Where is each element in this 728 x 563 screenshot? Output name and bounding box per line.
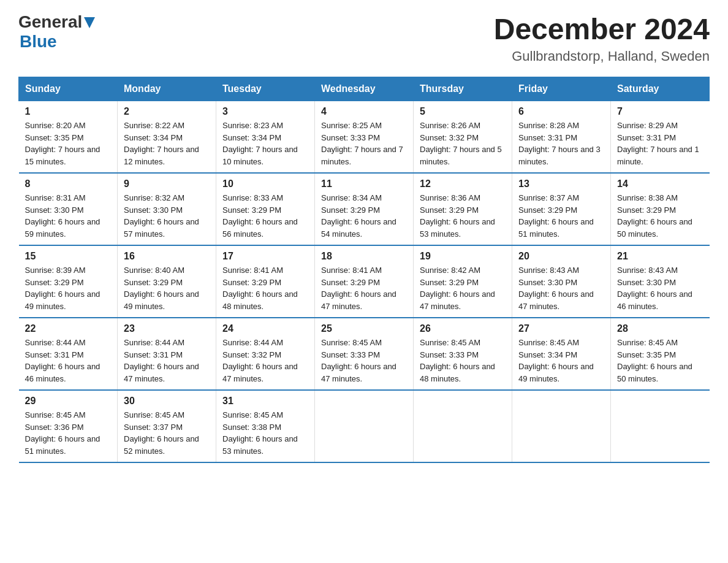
day-info: Sunrise: 8:44 AMSunset: 3:31 PMDaylight:…: [25, 337, 112, 385]
day-cell-30: 30Sunrise: 8:45 AMSunset: 3:37 PMDayligh…: [118, 390, 216, 462]
header-cell-saturday: Saturday: [611, 77, 710, 101]
day-cell-3: 3Sunrise: 8:23 AMSunset: 3:34 PMDaylight…: [216, 101, 315, 174]
calendar-body: 1Sunrise: 8:20 AMSunset: 3:35 PMDaylight…: [19, 101, 710, 463]
day-info: Sunrise: 8:20 AMSunset: 3:35 PMDaylight:…: [25, 120, 112, 167]
day-info: Sunrise: 8:45 AMSunset: 3:33 PMDaylight:…: [420, 337, 506, 385]
day-number: 22: [25, 323, 112, 334]
day-cell-8: 8Sunrise: 8:31 AMSunset: 3:30 PMDaylight…: [19, 173, 118, 245]
day-number: 24: [222, 323, 308, 334]
day-info: Sunrise: 8:31 AMSunset: 3:30 PMDaylight:…: [25, 192, 112, 240]
day-cell-10: 10Sunrise: 8:33 AMSunset: 3:29 PMDayligh…: [216, 173, 315, 245]
day-number: 13: [518, 178, 604, 190]
empty-cell: [512, 390, 611, 462]
empty-cell: [315, 390, 414, 462]
day-info: Sunrise: 8:38 AMSunset: 3:29 PMDaylight:…: [617, 192, 703, 240]
day-cell-25: 25Sunrise: 8:45 AMSunset: 3:33 PMDayligh…: [315, 318, 414, 390]
day-number: 28: [617, 323, 703, 334]
day-info: Sunrise: 8:44 AMSunset: 3:32 PMDaylight:…: [222, 337, 308, 385]
day-number: 19: [420, 251, 506, 262]
day-number: 25: [321, 323, 407, 334]
logo-general-text: General: [18, 12, 82, 32]
day-info: Sunrise: 8:34 AMSunset: 3:29 PMDaylight:…: [321, 192, 407, 240]
day-cell-9: 9Sunrise: 8:32 AMSunset: 3:30 PMDaylight…: [118, 173, 216, 245]
day-info: Sunrise: 8:45 AMSunset: 3:37 PMDaylight:…: [124, 409, 210, 457]
day-info: Sunrise: 8:26 AMSunset: 3:32 PMDaylight:…: [420, 120, 506, 167]
week-row-5: 29Sunrise: 8:45 AMSunset: 3:36 PMDayligh…: [19, 390, 710, 462]
day-info: Sunrise: 8:42 AMSunset: 3:29 PMDaylight:…: [420, 264, 506, 312]
empty-cell: [611, 390, 710, 462]
day-cell-2: 2Sunrise: 8:22 AMSunset: 3:34 PMDaylight…: [118, 101, 216, 174]
day-number: 2: [124, 106, 210, 117]
day-number: 23: [124, 323, 210, 334]
day-cell-5: 5Sunrise: 8:26 AMSunset: 3:32 PMDaylight…: [414, 101, 512, 174]
day-cell-31: 31Sunrise: 8:45 AMSunset: 3:38 PMDayligh…: [216, 390, 315, 462]
day-info: Sunrise: 8:45 AMSunset: 3:33 PMDaylight:…: [321, 337, 407, 385]
day-number: 4: [321, 106, 407, 117]
empty-cell: [414, 390, 512, 462]
day-info: Sunrise: 8:29 AMSunset: 3:31 PMDaylight:…: [617, 120, 703, 167]
day-info: Sunrise: 8:28 AMSunset: 3:31 PMDaylight:…: [518, 120, 604, 167]
day-info: Sunrise: 8:44 AMSunset: 3:31 PMDaylight:…: [124, 337, 210, 385]
day-cell-17: 17Sunrise: 8:41 AMSunset: 3:29 PMDayligh…: [216, 245, 315, 318]
header-row: SundayMondayTuesdayWednesdayThursdayFrid…: [19, 77, 710, 101]
day-number: 10: [222, 178, 308, 190]
location-title: Gullbrandstorp, Halland, Sweden: [494, 48, 710, 64]
day-cell-21: 21Sunrise: 8:43 AMSunset: 3:30 PMDayligh…: [611, 245, 710, 318]
day-info: Sunrise: 8:43 AMSunset: 3:30 PMDaylight:…: [518, 264, 604, 312]
day-cell-1: 1Sunrise: 8:20 AMSunset: 3:35 PMDaylight…: [19, 101, 118, 174]
day-info: Sunrise: 8:23 AMSunset: 3:34 PMDaylight:…: [222, 120, 308, 167]
day-number: 18: [321, 251, 407, 262]
day-number: 12: [420, 178, 506, 190]
day-number: 30: [124, 396, 210, 407]
day-info: Sunrise: 8:32 AMSunset: 3:30 PMDaylight:…: [124, 192, 210, 240]
header-cell-sunday: Sunday: [19, 77, 118, 101]
day-number: 14: [617, 178, 703, 190]
logo-triangle-icon: [84, 17, 95, 31]
day-info: Sunrise: 8:45 AMSunset: 3:38 PMDaylight:…: [222, 409, 308, 457]
logo-blue-text: Blue: [20, 32, 57, 52]
day-info: Sunrise: 8:22 AMSunset: 3:34 PMDaylight:…: [124, 120, 210, 167]
day-cell-24: 24Sunrise: 8:44 AMSunset: 3:32 PMDayligh…: [216, 318, 315, 390]
header-cell-monday: Monday: [118, 77, 216, 101]
day-info: Sunrise: 8:43 AMSunset: 3:30 PMDaylight:…: [617, 264, 703, 312]
day-cell-22: 22Sunrise: 8:44 AMSunset: 3:31 PMDayligh…: [19, 318, 118, 390]
day-cell-27: 27Sunrise: 8:45 AMSunset: 3:34 PMDayligh…: [512, 318, 611, 390]
calendar-header: SundayMondayTuesdayWednesdayThursdayFrid…: [19, 77, 710, 101]
day-cell-18: 18Sunrise: 8:41 AMSunset: 3:29 PMDayligh…: [315, 245, 414, 318]
day-info: Sunrise: 8:40 AMSunset: 3:29 PMDaylight:…: [124, 264, 210, 312]
day-number: 29: [25, 396, 112, 407]
day-number: 1: [25, 106, 112, 117]
day-info: Sunrise: 8:45 AMSunset: 3:36 PMDaylight:…: [25, 409, 112, 457]
day-cell-20: 20Sunrise: 8:43 AMSunset: 3:30 PMDayligh…: [512, 245, 611, 318]
day-number: 15: [25, 251, 112, 262]
day-number: 17: [222, 251, 308, 262]
header-cell-tuesday: Tuesday: [216, 77, 315, 101]
header-cell-friday: Friday: [512, 77, 611, 101]
day-number: 9: [124, 178, 210, 190]
day-cell-23: 23Sunrise: 8:44 AMSunset: 3:31 PMDayligh…: [118, 318, 216, 390]
week-row-1: 1Sunrise: 8:20 AMSunset: 3:35 PMDaylight…: [19, 101, 710, 174]
day-cell-26: 26Sunrise: 8:45 AMSunset: 3:33 PMDayligh…: [414, 318, 512, 390]
week-row-3: 15Sunrise: 8:39 AMSunset: 3:29 PMDayligh…: [19, 245, 710, 318]
title-section: December 2024 Gullbrandstorp, Halland, S…: [494, 12, 710, 64]
day-info: Sunrise: 8:25 AMSunset: 3:33 PMDaylight:…: [321, 120, 407, 167]
day-info: Sunrise: 8:33 AMSunset: 3:29 PMDaylight:…: [222, 192, 308, 240]
day-cell-28: 28Sunrise: 8:45 AMSunset: 3:35 PMDayligh…: [611, 318, 710, 390]
day-number: 20: [518, 251, 604, 262]
day-cell-13: 13Sunrise: 8:37 AMSunset: 3:29 PMDayligh…: [512, 173, 611, 245]
day-cell-11: 11Sunrise: 8:34 AMSunset: 3:29 PMDayligh…: [315, 173, 414, 245]
day-cell-6: 6Sunrise: 8:28 AMSunset: 3:31 PMDaylight…: [512, 101, 611, 174]
calendar-table: SundayMondayTuesdayWednesdayThursdayFrid…: [18, 77, 710, 463]
day-info: Sunrise: 8:39 AMSunset: 3:29 PMDaylight:…: [25, 264, 112, 312]
week-row-2: 8Sunrise: 8:31 AMSunset: 3:30 PMDaylight…: [19, 173, 710, 245]
day-info: Sunrise: 8:36 AMSunset: 3:29 PMDaylight:…: [420, 192, 506, 240]
week-row-4: 22Sunrise: 8:44 AMSunset: 3:31 PMDayligh…: [19, 318, 710, 390]
day-number: 21: [617, 251, 703, 262]
day-info: Sunrise: 8:37 AMSunset: 3:29 PMDaylight:…: [518, 192, 604, 240]
day-cell-19: 19Sunrise: 8:42 AMSunset: 3:29 PMDayligh…: [414, 245, 512, 318]
svg-marker-0: [84, 17, 95, 28]
header-cell-thursday: Thursday: [414, 77, 512, 101]
day-number: 7: [617, 106, 703, 117]
logo: General Blue: [18, 12, 95, 52]
day-number: 31: [222, 396, 308, 407]
